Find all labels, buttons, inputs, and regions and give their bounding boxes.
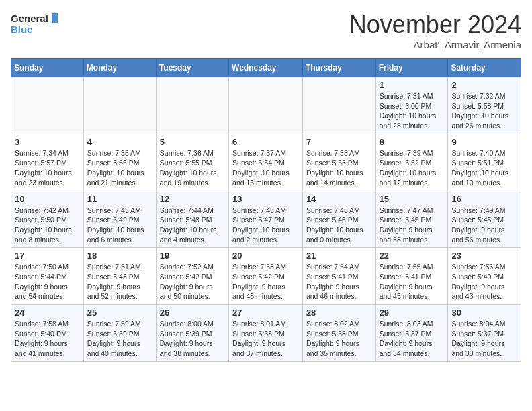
svg-text:General: General <box>11 13 48 24</box>
page-header: General Blue November 2024 Arbat', Armav… <box>11 11 521 50</box>
day-info: Sunrise: 7:59 AMSunset: 5:39 PMDaylight:… <box>87 319 152 359</box>
day-number: 13 <box>232 194 299 204</box>
day-number: 29 <box>380 308 445 318</box>
calendar-cell: 19Sunrise: 7:52 AMSunset: 5:42 PMDayligh… <box>156 248 228 305</box>
location: Arbat', Armavir, Armenia <box>349 39 521 50</box>
day-info: Sunrise: 7:42 AMSunset: 5:50 PMDaylight:… <box>15 205 80 245</box>
logo-svg: General Blue <box>11 11 58 38</box>
calendar-cell: 22Sunrise: 7:55 AMSunset: 5:41 PMDayligh… <box>375 248 448 305</box>
calendar-week-row: 10Sunrise: 7:42 AMSunset: 5:50 PMDayligh… <box>11 191 521 248</box>
calendar-cell: 30Sunrise: 8:04 AMSunset: 5:37 PMDayligh… <box>448 305 521 362</box>
calendar-cell: 9Sunrise: 7:40 AMSunset: 5:51 PMDaylight… <box>448 134 521 191</box>
calendar-cell: 13Sunrise: 7:45 AMSunset: 5:47 PMDayligh… <box>229 191 303 248</box>
calendar-cell <box>302 77 375 134</box>
calendar-cell: 7Sunrise: 7:38 AMSunset: 5:53 PMDaylight… <box>302 134 375 191</box>
day-info: Sunrise: 7:44 AMSunset: 5:48 PMDaylight:… <box>160 205 225 245</box>
weekday-header: Thursday <box>302 59 375 77</box>
calendar-cell: 5Sunrise: 7:36 AMSunset: 5:55 PMDaylight… <box>156 134 228 191</box>
day-info: Sunrise: 7:49 AMSunset: 5:45 PMDaylight:… <box>451 205 517 245</box>
day-number: 1 <box>380 80 445 90</box>
day-number: 27 <box>232 308 299 318</box>
day-info: Sunrise: 7:52 AMSunset: 5:42 PMDaylight:… <box>160 262 225 302</box>
day-info: Sunrise: 8:02 AMSunset: 5:38 PMDaylight:… <box>306 319 372 359</box>
calendar-cell: 26Sunrise: 8:00 AMSunset: 5:39 PMDayligh… <box>156 305 228 362</box>
weekday-header: Sunday <box>11 59 84 77</box>
day-number: 20 <box>232 250 299 261</box>
day-info: Sunrise: 7:35 AMSunset: 5:56 PMDaylight:… <box>87 148 152 188</box>
calendar-week-row: 17Sunrise: 7:50 AMSunset: 5:44 PMDayligh… <box>11 248 521 305</box>
calendar-cell: 3Sunrise: 7:34 AMSunset: 5:57 PMDaylight… <box>11 134 84 191</box>
day-info: Sunrise: 7:43 AMSunset: 5:49 PMDaylight:… <box>87 205 152 245</box>
calendar-week-row: 24Sunrise: 7:58 AMSunset: 5:40 PMDayligh… <box>11 305 521 362</box>
weekday-header: Tuesday <box>156 59 228 77</box>
calendar-cell: 10Sunrise: 7:42 AMSunset: 5:50 PMDayligh… <box>11 191 84 248</box>
day-info: Sunrise: 7:50 AMSunset: 5:44 PMDaylight:… <box>15 262 80 302</box>
day-number: 25 <box>87 308 152 318</box>
calendar-cell <box>229 77 303 134</box>
calendar-cell: 18Sunrise: 7:51 AMSunset: 5:43 PMDayligh… <box>83 248 156 305</box>
day-info: Sunrise: 7:32 AMSunset: 5:58 PMDaylight:… <box>451 91 517 131</box>
calendar-cell: 15Sunrise: 7:47 AMSunset: 5:45 PMDayligh… <box>375 191 448 248</box>
calendar-cell <box>156 77 228 134</box>
day-info: Sunrise: 8:01 AMSunset: 5:38 PMDaylight:… <box>232 319 299 359</box>
day-number: 23 <box>451 250 517 261</box>
calendar-cell: 17Sunrise: 7:50 AMSunset: 5:44 PMDayligh… <box>11 248 84 305</box>
calendar-cell: 16Sunrise: 7:49 AMSunset: 5:45 PMDayligh… <box>448 191 521 248</box>
svg-text:Blue: Blue <box>11 24 33 35</box>
logo: General Blue <box>11 11 58 38</box>
day-number: 16 <box>451 194 517 204</box>
day-info: Sunrise: 7:37 AMSunset: 5:54 PMDaylight:… <box>232 148 299 188</box>
calendar-week-row: 1Sunrise: 7:31 AMSunset: 6:00 PMDaylight… <box>11 77 521 134</box>
day-number: 12 <box>160 194 225 204</box>
day-number: 3 <box>15 137 80 147</box>
day-number: 19 <box>160 250 225 261</box>
day-info: Sunrise: 7:56 AMSunset: 5:40 PMDaylight:… <box>451 262 517 302</box>
calendar-cell: 24Sunrise: 7:58 AMSunset: 5:40 PMDayligh… <box>11 305 84 362</box>
day-info: Sunrise: 7:47 AMSunset: 5:45 PMDaylight:… <box>380 205 445 245</box>
calendar-cell <box>83 77 156 134</box>
title-block: November 2024 Arbat', Armavir, Armenia <box>349 11 521 50</box>
day-info: Sunrise: 7:58 AMSunset: 5:40 PMDaylight:… <box>15 319 80 359</box>
day-info: Sunrise: 7:38 AMSunset: 5:53 PMDaylight:… <box>306 148 372 188</box>
calendar-cell: 23Sunrise: 7:56 AMSunset: 5:40 PMDayligh… <box>448 248 521 305</box>
calendar-cell: 12Sunrise: 7:44 AMSunset: 5:48 PMDayligh… <box>156 191 228 248</box>
calendar-cell: 27Sunrise: 8:01 AMSunset: 5:38 PMDayligh… <box>229 305 303 362</box>
day-number: 4 <box>87 137 152 147</box>
day-info: Sunrise: 7:36 AMSunset: 5:55 PMDaylight:… <box>160 148 225 188</box>
day-number: 7 <box>306 137 372 147</box>
day-number: 24 <box>15 308 80 318</box>
calendar-cell: 21Sunrise: 7:54 AMSunset: 5:41 PMDayligh… <box>302 248 375 305</box>
calendar-cell: 29Sunrise: 8:03 AMSunset: 5:37 PMDayligh… <box>375 305 448 362</box>
month-title: November 2024 <box>349 11 521 39</box>
day-info: Sunrise: 8:03 AMSunset: 5:37 PMDaylight:… <box>380 319 445 359</box>
calendar-cell: 25Sunrise: 7:59 AMSunset: 5:39 PMDayligh… <box>83 305 156 362</box>
day-number: 5 <box>160 137 225 147</box>
day-info: Sunrise: 7:39 AMSunset: 5:52 PMDaylight:… <box>380 148 445 188</box>
weekday-header: Saturday <box>448 59 521 77</box>
day-number: 9 <box>451 137 517 147</box>
calendar-cell: 8Sunrise: 7:39 AMSunset: 5:52 PMDaylight… <box>375 134 448 191</box>
day-info: Sunrise: 8:00 AMSunset: 5:39 PMDaylight:… <box>160 319 225 359</box>
calendar-cell <box>11 77 84 134</box>
day-info: Sunrise: 7:53 AMSunset: 5:42 PMDaylight:… <box>232 262 299 302</box>
day-number: 15 <box>380 194 445 204</box>
calendar-cell: 2Sunrise: 7:32 AMSunset: 5:58 PMDaylight… <box>448 77 521 134</box>
day-number: 28 <box>306 308 372 318</box>
calendar-cell: 6Sunrise: 7:37 AMSunset: 5:54 PMDaylight… <box>229 134 303 191</box>
day-number: 6 <box>232 137 299 147</box>
weekday-header: Friday <box>375 59 448 77</box>
weekday-header: Wednesday <box>229 59 303 77</box>
calendar-week-row: 3Sunrise: 7:34 AMSunset: 5:57 PMDaylight… <box>11 134 521 191</box>
day-info: Sunrise: 7:40 AMSunset: 5:51 PMDaylight:… <box>451 148 517 188</box>
calendar-cell: 4Sunrise: 7:35 AMSunset: 5:56 PMDaylight… <box>83 134 156 191</box>
day-info: Sunrise: 8:04 AMSunset: 5:37 PMDaylight:… <box>451 319 517 359</box>
calendar-table: SundayMondayTuesdayWednesdayThursdayFrid… <box>11 58 521 362</box>
day-number: 18 <box>87 250 152 261</box>
day-number: 8 <box>380 137 445 147</box>
day-number: 30 <box>451 308 517 318</box>
calendar-header-row: SundayMondayTuesdayWednesdayThursdayFrid… <box>11 59 521 77</box>
weekday-header: Monday <box>83 59 156 77</box>
calendar-cell: 11Sunrise: 7:43 AMSunset: 5:49 PMDayligh… <box>83 191 156 248</box>
calendar-cell: 14Sunrise: 7:46 AMSunset: 5:46 PMDayligh… <box>302 191 375 248</box>
day-info: Sunrise: 7:31 AMSunset: 6:00 PMDaylight:… <box>380 91 445 131</box>
